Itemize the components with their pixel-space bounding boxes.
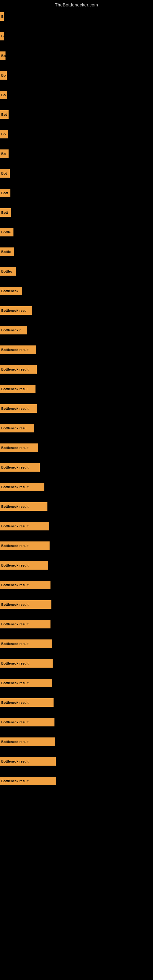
bar-row: Bo: [0, 129, 153, 139]
bar-row: Bottleneck result: [0, 659, 153, 668]
bar-item: Bottleneck result: [0, 365, 37, 374]
bar-label: Bottleneck result: [1, 681, 29, 685]
bar-row: Bottleneck result: [0, 698, 153, 708]
bar-row: Bo: [0, 90, 153, 100]
bar-row: Bottleneck result: [0, 541, 153, 550]
bar-item: Bottleneck result: [0, 541, 49, 550]
bar-label: Bot: [1, 172, 7, 175]
bar-row: Bot: [0, 110, 153, 119]
bar-label: Bottleneck resu: [1, 309, 27, 312]
bar-label: Bottleneck result: [1, 662, 29, 665]
bar-row: Bottleneck result: [0, 364, 153, 374]
bar-row: Bottleneck r: [0, 325, 153, 335]
bar-row: Bottleneck result: [0, 443, 153, 453]
bar-item: Bottleneck result: [0, 561, 48, 570]
bar-label: B: [1, 15, 4, 18]
bar-row: Bottleneck resu: [0, 423, 153, 433]
bar-item: Bottle: [0, 247, 14, 256]
bar-row: Bottleneck result: [0, 404, 153, 414]
bar-item: Bottlec: [0, 267, 16, 275]
bar-row: Bottleneck resul: [0, 384, 153, 394]
bar-label: Bottleneck result: [1, 485, 29, 489]
bar-label: Bottleneck result: [1, 720, 29, 724]
bar-row: Bo: [0, 149, 153, 159]
bar-item: Bottleneck result: [0, 737, 55, 746]
bar-row: Bottleneck resu: [0, 305, 153, 315]
bar-row: Bottleneck result: [0, 619, 153, 629]
bar-item: Bottleneck result: [0, 757, 56, 766]
bar-row: Bottleneck: [0, 286, 153, 296]
bar-label: Bottleneck result: [1, 407, 29, 410]
bar-item: Bottleneck: [0, 286, 22, 295]
bar-item: Bottleneck result: [0, 718, 54, 726]
bar-label: Bott: [1, 211, 8, 215]
bar-item: Bottleneck result: [0, 776, 56, 785]
bar-row: Bottleneck result: [0, 678, 153, 688]
bar-item: Bo: [0, 91, 7, 99]
bar-item: Bottleneck resu: [0, 424, 34, 433]
bar-item: Bottleneck result: [0, 581, 51, 589]
bar-item: Bottleneck result: [0, 522, 49, 530]
bar-row: Bottleneck result: [0, 756, 153, 766]
bar-label: Bottlec: [1, 269, 13, 273]
bar-label: Bo: [1, 54, 5, 57]
bar-label: Bottleneck result: [1, 505, 29, 508]
bar-label: Bottleneck result: [1, 701, 29, 705]
bar-item: Bo: [0, 150, 9, 158]
bar-label: Bottleneck result: [1, 466, 29, 469]
bar-row: Bottleneck result: [0, 580, 153, 590]
bar-label: Bottleneck result: [1, 603, 29, 606]
bar-label: Bottleneck: [1, 289, 18, 293]
bar-label: Bottle: [1, 250, 11, 254]
bar-row: B: [0, 31, 153, 41]
bar-row: Bot: [0, 169, 153, 178]
bar-item: Bottleneck result: [0, 483, 45, 491]
bar-row: Bottleneck result: [0, 502, 153, 511]
bar-label: Bottleneck result: [1, 544, 29, 547]
bar-item: Bottleneck resu: [0, 306, 32, 315]
bar-item: Bo: [0, 71, 7, 80]
bar-item: Bottle: [0, 228, 13, 236]
bar-item: Bottleneck resul: [0, 385, 35, 393]
bar-row: Bottleneck result: [0, 639, 153, 649]
bar-label: Bottleneck resul: [1, 387, 27, 391]
bar-row: Bottleneck result: [0, 345, 153, 355]
bar-row: Bottleneck result: [0, 521, 153, 531]
bar-label: Bo: [1, 132, 6, 136]
site-title-text: TheBottlenecker.com: [0, 0, 153, 9]
bar-row: Bottleneck result: [0, 600, 153, 609]
bar-item: Bottleneck result: [0, 620, 51, 628]
bar-item: Bottleneck result: [0, 659, 53, 668]
bar-item: Bottleneck result: [0, 444, 38, 452]
bar-row: Bo: [0, 70, 153, 80]
bar-item: Bottleneck result: [0, 502, 48, 511]
bar-label: Bottleneck result: [1, 446, 29, 450]
bar-item: Bo: [0, 130, 8, 138]
bar-item: Bottleneck result: [0, 404, 37, 413]
bar-row: Bottleneck result: [0, 560, 153, 570]
bar-label: Bottleneck result: [1, 622, 29, 626]
bar-row: Bott: [0, 188, 153, 198]
bar-item: Bott: [0, 208, 11, 217]
bar-item: Bott: [0, 189, 10, 197]
bar-item: Bottleneck result: [0, 679, 52, 687]
bar-item: B: [0, 32, 4, 40]
bar-item: Bottleneck result: [0, 640, 52, 648]
bars-container: BBBoBoBoBotBoBoBotBottBottBottleBottleBo…: [0, 9, 153, 799]
bar-label: B: [1, 34, 4, 38]
bar-row: Bottleneck result: [0, 717, 153, 727]
bar-row: Bott: [0, 208, 153, 218]
bar-label: Bo: [1, 93, 6, 97]
bar-label: Bottleneck result: [1, 368, 29, 371]
bar-label: Bottleneck result: [1, 348, 29, 352]
bar-row: B: [0, 12, 153, 21]
bar-label: Bottleneck r: [1, 328, 21, 332]
bar-item: Bottleneck result: [0, 463, 40, 472]
bar-label: Bottleneck resu: [1, 426, 27, 430]
bar-row: Bo: [0, 51, 153, 60]
bar-item: Bot: [0, 169, 10, 178]
bar-label: Bo: [1, 73, 6, 77]
bar-label: Bottle: [1, 230, 11, 234]
bar-label: Bot: [1, 113, 7, 116]
bar-item: Bottleneck result: [0, 698, 54, 707]
